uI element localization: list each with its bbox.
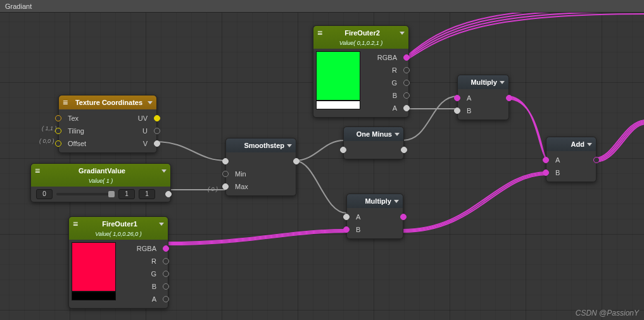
color-preview xyxy=(316,51,360,114)
slider-track[interactable] xyxy=(56,193,115,195)
slider-min[interactable]: 0 xyxy=(36,189,53,199)
output-port-rgba[interactable] xyxy=(403,54,410,61)
node-fire-outer2[interactable]: FireOuter2 Value( 0,1,0.2,1 ) RGBA R G B… xyxy=(313,25,409,118)
node-add[interactable]: Add A B xyxy=(546,137,597,182)
output-port[interactable] xyxy=(400,214,407,220)
output-port[interactable] xyxy=(165,191,172,197)
node-header[interactable]: FireOuter2 Value( 0,1,0.2,1 ) xyxy=(313,26,408,49)
window-title: Gradiant xyxy=(5,3,32,10)
output-port-b[interactable] xyxy=(163,283,169,290)
slider-value[interactable]: 1 xyxy=(139,189,155,199)
output-port-u[interactable] xyxy=(154,128,160,134)
node-title: Texture Coordinates xyxy=(73,99,145,106)
chevron-down-icon[interactable] xyxy=(394,200,399,203)
alpha-swatch xyxy=(316,101,360,109)
color-swatch xyxy=(316,51,360,101)
hamburger-icon[interactable] xyxy=(73,219,80,228)
input-port-offset[interactable] xyxy=(55,140,61,147)
output-port[interactable] xyxy=(593,157,600,163)
chevron-down-icon[interactable] xyxy=(161,169,167,173)
output-port-v[interactable] xyxy=(154,140,160,147)
input-port-b[interactable] xyxy=(454,108,460,114)
hamburger-icon[interactable] xyxy=(35,166,42,175)
chevron-down-icon[interactable] xyxy=(395,133,400,136)
node-multiply-bottom[interactable]: Multiply A B xyxy=(346,194,403,239)
color-swatch xyxy=(72,242,116,292)
output-port-a[interactable] xyxy=(403,105,410,111)
hamburger-icon[interactable] xyxy=(317,28,325,37)
input-port-max[interactable] xyxy=(222,183,229,190)
chevron-down-icon[interactable] xyxy=(500,81,505,84)
side-label: ( 0 ) xyxy=(208,186,218,192)
slider-max[interactable]: 1 xyxy=(118,189,135,199)
node-multiply-top[interactable]: Multiply A B xyxy=(457,75,509,120)
port-row: Tex UV xyxy=(59,112,156,125)
output-port[interactable] xyxy=(506,95,512,101)
chevron-down-icon[interactable] xyxy=(587,143,592,146)
node-texture-coordinates[interactable]: Texture Coordinates Tex UV Tiling U Offs… xyxy=(58,95,157,153)
node-header[interactable]: Multiply xyxy=(458,75,508,89)
window-titlebar: Gradiant xyxy=(0,0,644,13)
input-port-b[interactable] xyxy=(543,169,549,176)
port-row: Offset V xyxy=(59,137,156,150)
input-port-min[interactable] xyxy=(222,171,229,177)
node-title: FireOuter2 xyxy=(327,29,397,37)
slider-row: 0 1 1 xyxy=(31,187,170,202)
input-port[interactable] xyxy=(222,158,229,164)
watermark: CSDN @PassionY xyxy=(576,309,639,317)
node-graph-canvas[interactable]: ( 1,1 ) ( 0,0 ) ( 0 ) Texture Coordinate… xyxy=(0,13,644,320)
output-port-g[interactable] xyxy=(163,271,169,277)
output-port-uv[interactable] xyxy=(154,115,160,121)
chevron-down-icon[interactable] xyxy=(287,144,292,147)
input-port-a[interactable] xyxy=(543,157,549,163)
alpha-swatch xyxy=(72,292,116,300)
output-port-r[interactable] xyxy=(163,258,169,264)
node-title: FireOuter1 xyxy=(83,220,156,228)
chevron-down-icon[interactable] xyxy=(400,32,405,35)
output-port-g[interactable] xyxy=(403,80,410,86)
output-port-r[interactable] xyxy=(403,67,410,73)
node-subtitle: Value( 1 ) xyxy=(89,178,113,184)
node-title: GradiantValue xyxy=(45,167,159,175)
chevron-down-icon[interactable] xyxy=(159,223,164,226)
node-one-minus[interactable]: One Minus xyxy=(343,126,404,159)
hamburger-icon[interactable] xyxy=(63,98,70,107)
node-header[interactable]: Multiply xyxy=(347,194,403,208)
node-smoothstep[interactable]: Smoothstep Min Max xyxy=(225,138,296,196)
input-port-b[interactable] xyxy=(343,226,350,233)
node-header[interactable]: Add xyxy=(546,137,596,151)
node-header[interactable]: Smoothstep xyxy=(226,138,296,152)
output-port-rgba[interactable] xyxy=(163,245,169,252)
chevron-down-icon[interactable] xyxy=(148,101,153,104)
node-header[interactable]: One Minus xyxy=(344,127,403,141)
node-title: Add xyxy=(550,140,584,148)
output-port-b[interactable] xyxy=(403,92,410,99)
input-port-a[interactable] xyxy=(343,214,350,220)
node-title: Multiply xyxy=(462,78,497,86)
input-port-a[interactable] xyxy=(454,95,460,101)
input-port-tiling[interactable] xyxy=(55,128,61,134)
port-row: Tiling U xyxy=(59,125,156,137)
node-title: Smoothstep xyxy=(230,142,284,149)
input-port-tex[interactable] xyxy=(55,115,61,121)
node-title: One Minus xyxy=(348,130,392,138)
node-gradiant-value[interactable]: GradiantValue Value( 1 ) 0 1 1 xyxy=(30,163,171,202)
node-header[interactable]: FireOuter1 Value( 1,0,0.26,0 ) xyxy=(69,217,168,240)
output-port[interactable] xyxy=(401,147,407,153)
input-port[interactable] xyxy=(340,147,346,153)
node-fire-outer1[interactable]: FireOuter1 Value( 1,0,0.26,0 ) RGBA R G … xyxy=(68,216,168,309)
output-port-a[interactable] xyxy=(163,296,169,302)
color-preview xyxy=(72,242,116,305)
node-header[interactable]: GradiantValue Value( 1 ) xyxy=(31,164,170,187)
node-title: Multiply xyxy=(351,197,391,205)
node-subtitle: Value( 1,0,0.26,0 ) xyxy=(95,231,142,237)
side-label: ( 1,1 ) xyxy=(42,125,57,132)
node-subtitle: Value( 0,1,0.2,1 ) xyxy=(339,40,383,46)
node-header[interactable]: Texture Coordinates xyxy=(59,95,156,109)
side-label: ( 0,0 ) xyxy=(39,138,54,144)
output-port[interactable] xyxy=(293,158,300,164)
